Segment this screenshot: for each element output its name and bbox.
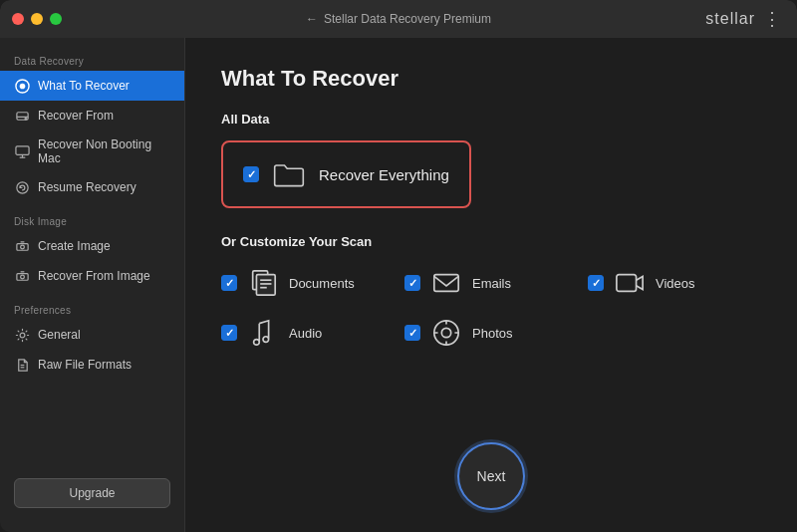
next-button[interactable]: Next (457, 442, 525, 510)
sidebar-item-label: General (38, 328, 81, 342)
emails-icon (430, 267, 462, 299)
title-bar: ← Stellar Data Recovery Premium stellar … (0, 0, 797, 38)
emails-checkbox[interactable] (404, 275, 420, 291)
title-bar-logo: stellar ⋮ (705, 8, 781, 30)
audio-label: Audio (289, 326, 322, 341)
recover-everything-card[interactable]: Recover Everything (221, 140, 471, 208)
maximize-button[interactable] (50, 13, 62, 25)
monitor-icon (14, 143, 30, 159)
sidebar-item-resume-recovery[interactable]: Resume Recovery (0, 172, 184, 202)
svg-rect-23 (434, 275, 458, 292)
next-button-area: Next (185, 442, 797, 510)
sidebar-item-label: Recover From Image (38, 269, 150, 283)
close-button[interactable] (12, 13, 24, 25)
upgrade-button[interactable]: Upgrade (14, 478, 170, 508)
emails-label: Emails (472, 276, 511, 291)
svg-point-13 (20, 275, 24, 279)
photos-icon (430, 317, 462, 349)
folder-icon (271, 156, 307, 192)
sidebar-item-label: Recover From (38, 109, 114, 123)
documents-label: Documents (289, 276, 355, 291)
documents-checkbox[interactable] (221, 275, 237, 291)
what-to-recover-icon (14, 78, 30, 94)
options-grid: Documents Emails (221, 267, 761, 349)
sidebar-item-recover-from[interactable]: Recover From (0, 101, 184, 131)
menu-icon[interactable]: ⋮ (763, 8, 781, 30)
svg-rect-5 (15, 145, 28, 153)
audio-icon (247, 317, 279, 349)
option-documents[interactable]: Documents (221, 267, 395, 299)
all-data-label: All Data (221, 112, 761, 127)
videos-checkbox[interactable] (588, 275, 604, 291)
create-image-icon (14, 238, 30, 254)
back-arrow-icon[interactable]: ← (306, 12, 318, 26)
photos-checkbox[interactable] (404, 325, 420, 341)
app-body: Data Recovery What To Recover Recover Fr… (0, 38, 797, 532)
sidebar-item-recover-non-booting[interactable]: Recover Non Booting Mac (0, 131, 184, 172)
sidebar-bottom: Upgrade (0, 466, 184, 520)
svg-point-26 (441, 328, 450, 337)
recover-everything-checkbox[interactable] (243, 166, 259, 182)
sidebar-item-label: What To Recover (38, 79, 130, 93)
sidebar-item-label: Raw File Formats (38, 358, 132, 372)
stellar-logo-text: stellar (705, 10, 755, 28)
sidebar-item-label: Recover Non Booting Mac (38, 137, 170, 165)
resume-icon (14, 179, 30, 195)
sidebar-section-data-recovery: Data Recovery (0, 50, 184, 71)
sidebar-item-create-image[interactable]: Create Image (0, 231, 184, 261)
sidebar-item-general[interactable]: General (0, 320, 184, 350)
svg-point-4 (25, 118, 27, 120)
recover-from-image-icon (14, 268, 30, 284)
page-title: What To Recover (221, 66, 761, 92)
drive-icon (14, 108, 30, 124)
option-videos[interactable]: Videos (588, 267, 761, 299)
sidebar-item-label: Resume Recovery (38, 180, 136, 194)
svg-rect-19 (256, 275, 275, 296)
videos-label: Videos (656, 276, 695, 291)
documents-icon (247, 267, 279, 299)
traffic-lights (12, 13, 62, 25)
recover-everything-label: Recover Everything (319, 166, 449, 183)
minimize-button[interactable] (31, 13, 43, 25)
svg-point-1 (19, 83, 25, 89)
option-emails[interactable]: Emails (404, 267, 578, 299)
svg-point-15 (20, 333, 25, 338)
videos-icon (614, 267, 646, 299)
option-photos[interactable]: Photos (404, 317, 578, 349)
sidebar-section-preferences: Preferences (0, 299, 184, 320)
title-bar-text: ← Stellar Data Recovery Premium (306, 12, 491, 26)
svg-rect-24 (617, 275, 637, 292)
main-content: What To Recover All Data Recover Everyth… (185, 38, 797, 532)
photos-label: Photos (472, 326, 512, 341)
svg-point-10 (20, 245, 24, 249)
customize-label: Or Customize Your Scan (221, 234, 761, 249)
sidebar: Data Recovery What To Recover Recover Fr… (0, 38, 185, 532)
sidebar-item-recover-from-image[interactable]: Recover From Image (0, 261, 184, 291)
app-title: Stellar Data Recovery Premium (324, 12, 491, 26)
file-icon (14, 357, 30, 373)
sidebar-section-disk-image: Disk Image (0, 210, 184, 231)
sidebar-item-what-to-recover[interactable]: What To Recover (0, 71, 184, 101)
sidebar-item-raw-file-formats[interactable]: Raw File Formats (0, 350, 184, 380)
audio-checkbox[interactable] (221, 325, 237, 341)
sidebar-item-label: Create Image (38, 239, 111, 253)
option-audio[interactable]: Audio (221, 317, 395, 349)
gear-icon (14, 327, 30, 343)
